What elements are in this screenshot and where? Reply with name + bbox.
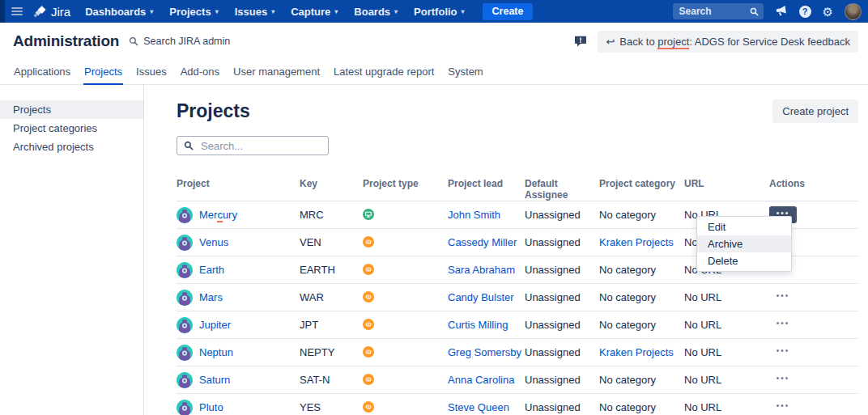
nav-menu-item[interactable]: Projects ▾ [161, 0, 226, 23]
default-assignee: Unassigned [525, 201, 599, 229]
sidebar-item[interactable]: Projects [0, 100, 143, 119]
navbar-search[interactable] [673, 3, 764, 19]
project-name-link[interactable]: Jupiter [199, 319, 231, 331]
project-key: EARTH [300, 256, 363, 284]
sidebar-item-label: Project categories [13, 122, 97, 134]
user-avatar[interactable] [845, 3, 862, 20]
feedback-megaphone-icon[interactable] [775, 5, 788, 18]
project-key: YES [300, 394, 363, 415]
row-actions-button[interactable]: ••• [769, 371, 797, 388]
project-avatar [177, 262, 193, 278]
actions-menu-item[interactable]: Archive [697, 235, 791, 252]
table-row: Pluto YES [177, 394, 858, 415]
nav-menu-label: Boards [354, 6, 390, 18]
project-url: No URL [684, 366, 769, 394]
search-icon [750, 7, 759, 16]
project-lead-link[interactable]: John Smith [448, 209, 500, 221]
back-text-prefix: Back to [619, 36, 657, 48]
column-header: Project category [599, 173, 684, 201]
admin-tab[interactable]: User management [232, 60, 321, 85]
gear-icon[interactable]: ⚙ [823, 6, 833, 18]
project-category: No category [599, 401, 656, 413]
admin-tab-label: Latest upgrade report [334, 66, 434, 78]
project-name-text: Jupiter [199, 319, 231, 331]
project-lead-link[interactable]: Curtis Milling [448, 319, 508, 331]
row-actions-button[interactable]: ••• [769, 316, 797, 333]
table-row: Mars WAR [177, 284, 858, 311]
projects-search-input[interactable] [199, 139, 321, 153]
project-name-link[interactable]: Venus [199, 236, 228, 248]
sidebar-item-label: Archived projects [13, 141, 94, 153]
column-header: Project [177, 173, 300, 201]
sidebar-item[interactable]: Archived projects [0, 138, 143, 156]
default-assignee: Unassigned [525, 366, 599, 394]
row-actions-button[interactable]: ••• [769, 289, 797, 306]
default-assignee: Unassigned [525, 311, 599, 339]
admin-search[interactable]: Search JIRA admin [129, 36, 230, 47]
search-icon [184, 141, 194, 150]
default-assignee: Unassigned [525, 284, 599, 311]
project-url: No URL [684, 339, 769, 366]
project-category-link[interactable]: Kraken Projects [599, 346, 674, 358]
project-name-text: Venus [199, 236, 228, 248]
help-icon[interactable]: ? [799, 6, 811, 18]
project-name-link[interactable]: Neptun [199, 346, 233, 358]
admin-tabbar: Applications Projects Issues Add-ons Use… [0, 60, 868, 85]
project-name-link[interactable]: Mercury [199, 209, 237, 221]
project-name-link[interactable]: Mars [199, 291, 223, 303]
nav-menu-item[interactable]: Capture ▾ [283, 0, 346, 23]
project-lead-link[interactable]: Cassedy Miller [448, 236, 517, 248]
project-url: No URL [684, 311, 769, 339]
admin-tab[interactable]: Applications [13, 60, 71, 85]
back-to-project-button[interactable]: ↩Back to project: ADGS for Service Desk … [598, 31, 858, 53]
nav-menu-item[interactable]: Boards ▾ [346, 0, 406, 23]
admin-header: Administration Search JIRA admin ↩Back t… [0, 23, 868, 60]
table-row: Jupiter JPT [177, 311, 858, 339]
chevron-down-icon: ▾ [215, 8, 219, 15]
actions-menu-item[interactable]: Edit [697, 218, 791, 235]
project-type-icon [363, 319, 374, 330]
row-actions-button[interactable]: ••• [769, 344, 797, 361]
project-avatar [177, 290, 193, 306]
project-category-link[interactable]: Kraken Projects [599, 236, 674, 248]
chevron-down-icon: ▾ [271, 8, 274, 15]
admin-tab[interactable]: Projects [83, 60, 123, 85]
actions-menu-item[interactable]: Delete [697, 252, 791, 269]
project-lead-link[interactable]: Greg Somersby [448, 346, 521, 358]
admin-tab[interactable]: Issues [135, 60, 168, 85]
create-project-button[interactable]: Create project [772, 100, 858, 123]
create-button[interactable]: Create [483, 3, 534, 20]
jira-logo[interactable]: Jira [33, 5, 70, 19]
nav-menu-item[interactable]: Issues ▾ [227, 0, 283, 23]
nav-menu-item[interactable]: Portfolio ▾ [406, 0, 472, 23]
table-row: Saturn SAT-N [177, 366, 858, 394]
admin-tab-label: Applications [14, 66, 70, 78]
table-row: Neptun NEPTY [177, 339, 858, 366]
project-lead-link[interactable]: Sara Abraham [448, 264, 515, 276]
project-key: JPT [300, 311, 363, 339]
project-name-link[interactable]: Earth [199, 264, 224, 276]
admin-tab[interactable]: System [447, 60, 483, 85]
nav-menu-item[interactable]: Dashboards ▾ [77, 0, 161, 23]
project-lead-link[interactable]: Anna Carolina [448, 374, 514, 386]
nav-menu-label: Projects [169, 6, 211, 18]
sidebar: Projects Project categories Archived pro… [0, 85, 144, 415]
projects-search[interactable] [177, 136, 329, 155]
hamburger-menu-icon[interactable] [11, 7, 23, 15]
project-lead-link[interactable]: Steve Queen [448, 401, 509, 413]
project-lead-link[interactable]: Candy Bulster [448, 291, 514, 303]
project-name-link[interactable]: Saturn [199, 374, 230, 386]
sidebar-item-label: Projects [13, 104, 51, 116]
project-url: No URL [684, 394, 769, 415]
actions-menu-item-label: Archive [708, 238, 742, 250]
project-name-link[interactable]: Pluto [199, 401, 223, 413]
chevron-down-icon: ▾ [394, 8, 398, 15]
table-header-row: ProjectKeyProject typeProject leadDefaul… [177, 173, 858, 201]
admin-tab[interactable]: Add-ons [180, 60, 220, 85]
row-actions-button[interactable]: ••• [769, 399, 797, 415]
project-category: No category [599, 264, 656, 276]
sidebar-item[interactable]: Project categories [0, 119, 143, 138]
project-category: No category [599, 209, 656, 221]
admin-tab[interactable]: Latest upgrade report [333, 60, 435, 85]
feedback-bubble-icon[interactable] [574, 35, 587, 48]
